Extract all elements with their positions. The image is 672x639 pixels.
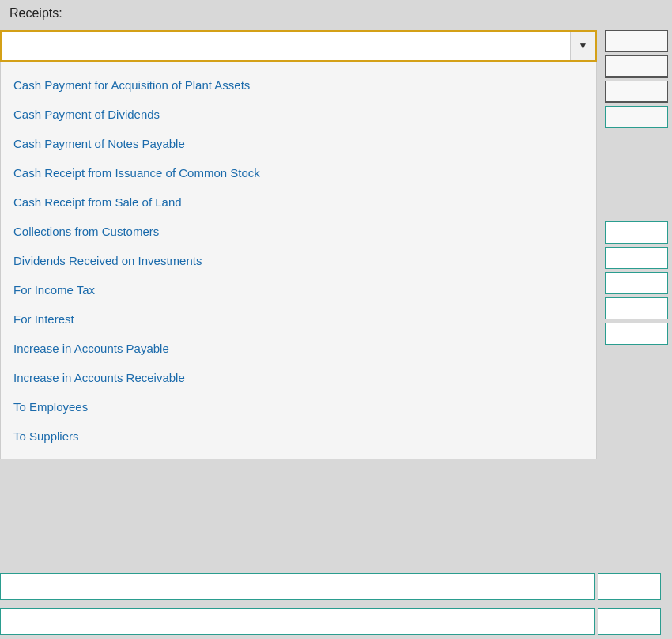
bottom-row-2: [0, 607, 672, 636]
dropdown-item[interactable]: To Suppliers: [1, 422, 596, 451]
right-input-1[interactable]: [605, 30, 668, 52]
mid-right-box-3[interactable]: [605, 272, 668, 294]
right-input-2[interactable]: [605, 55, 668, 78]
mid-right-box-5[interactable]: [605, 323, 668, 345]
receipts-label: Receipts:: [0, 0, 601, 27]
bottom-input-side-2[interactable]: [598, 608, 661, 635]
bottom-input-main-1[interactable]: [0, 573, 595, 600]
right-input-4[interactable]: [605, 106, 668, 128]
dropdown-item[interactable]: To Employees: [1, 392, 596, 422]
mid-right-box-4[interactable]: [605, 297, 668, 320]
dropdown-item[interactable]: Cash Payment for Acquisition of Plant As…: [1, 70, 596, 100]
dropdown-item[interactable]: Cash Receipt from Issuance of Common Sto…: [1, 158, 596, 187]
bottom-input-main-2[interactable]: [0, 608, 595, 635]
right-input-3[interactable]: [605, 81, 668, 103]
mid-right-box-2[interactable]: [605, 247, 668, 269]
dropdown-item[interactable]: Increase in Accounts Payable: [1, 334, 596, 363]
mid-right-boxes: [605, 221, 672, 345]
dropdown-item[interactable]: Dividends Received on Investments: [1, 246, 596, 275]
dropdown-arrow-icon[interactable]: ▼: [570, 32, 595, 60]
dropdown-item[interactable]: For Income Tax: [1, 275, 596, 304]
mid-right-box-1[interactable]: [605, 221, 668, 244]
dropdown-item[interactable]: Cash Payment of Notes Payable: [1, 129, 596, 158]
dropdown-item[interactable]: For Interest: [1, 304, 596, 334]
bottom-row-1: [0, 573, 672, 601]
dropdown-item[interactable]: Increase in Accounts Receivable: [1, 363, 596, 392]
dropdown-list-inner: Cash Payment for Acquisition of Plant As…: [1, 62, 596, 459]
select-dropdown[interactable]: ▼: [0, 30, 597, 62]
dropdown-item[interactable]: Cash Receipt from Sale of Land: [1, 187, 596, 217]
bottom-inputs: [0, 573, 672, 639]
dropdown-item[interactable]: Cash Payment of Dividends: [1, 100, 596, 129]
bottom-input-side-1[interactable]: [598, 573, 661, 600]
page-container: Receipts: ▼ Cash Payment for Acquisition…: [0, 0, 672, 639]
dropdown-item[interactable]: Collections from Customers: [1, 217, 596, 246]
dropdown-list: Cash Payment for Acquisition of Plant As…: [0, 62, 597, 459]
right-inputs-top: [605, 30, 672, 131]
